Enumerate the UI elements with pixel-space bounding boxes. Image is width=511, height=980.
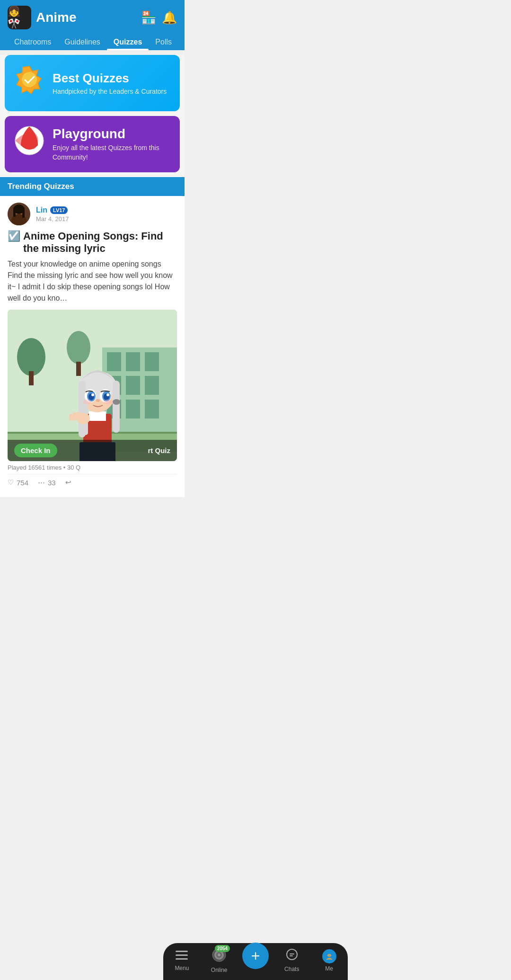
- tab-polls[interactable]: Polls: [149, 34, 177, 50]
- share-action[interactable]: ↩: [65, 478, 71, 487]
- author-level: LV17: [50, 206, 68, 214]
- post-author: Lin LV17 Mar 4, 2017: [8, 203, 177, 225]
- post-title-text: Anime Opening Songs: Find the missing ly…: [23, 230, 177, 255]
- logo-icon: 👧🎌: [8, 6, 31, 29]
- comment-action[interactable]: ⋯ 33: [38, 478, 56, 487]
- like-icon: ♡: [8, 478, 14, 487]
- svg-point-37: [113, 399, 120, 405]
- svg-point-1: [22, 72, 37, 87]
- tab-guidelines[interactable]: Guidelines: [58, 34, 107, 50]
- svg-rect-16: [126, 376, 140, 395]
- app-logo[interactable]: 👧🎌 Anime: [8, 6, 77, 29]
- tab-chatrooms[interactable]: Chatrooms: [8, 34, 58, 50]
- share-icon: ↩: [65, 478, 71, 487]
- nav-tabs: Chatrooms Guidelines Quizzes Polls Stori…: [8, 34, 177, 50]
- svg-rect-13: [126, 352, 140, 371]
- header-actions: 🏪 🔔: [141, 10, 177, 25]
- svg-rect-47: [79, 413, 83, 420]
- playground-title: Playground: [53, 126, 170, 142]
- svg-point-51: [96, 399, 100, 402]
- author-info: Lin LV17 Mar 4, 2017: [36, 206, 69, 223]
- quiz-post: Lin LV17 Mar 4, 2017 ☑️ Anime Opening So…: [0, 196, 185, 497]
- best-quizzes-banner[interactable]: Best Quizzes Handpicked by the Leaders &…: [5, 55, 180, 111]
- post-title[interactable]: ☑️ Anime Opening Songs: Find the missing…: [8, 230, 177, 255]
- post-meta: Played 16561 times • 30 Q: [8, 461, 177, 472]
- svg-point-23: [67, 331, 90, 364]
- tab-quizzes[interactable]: Quizzes: [107, 34, 149, 50]
- best-quizzes-title: Best Quizzes: [53, 71, 167, 86]
- playground-icon: [14, 125, 45, 163]
- best-quizzes-icon: [14, 64, 45, 102]
- author-avatar[interactable]: [8, 203, 30, 225]
- svg-rect-24: [76, 362, 81, 376]
- playground-banner[interactable]: Playground Enjoy all the latest Quizzes …: [5, 116, 180, 172]
- svg-rect-14: [145, 352, 159, 371]
- svg-point-45: [106, 393, 109, 396]
- svg-rect-19: [126, 400, 140, 419]
- like-action[interactable]: ♡ 754: [8, 478, 28, 487]
- svg-rect-17: [145, 376, 159, 395]
- store-icon[interactable]: 🏪: [141, 10, 156, 25]
- comment-icon: ⋯: [38, 478, 45, 487]
- svg-point-53: [104, 400, 112, 404]
- main-content: Best Quizzes Handpicked by the Leaders &…: [0, 55, 185, 497]
- svg-rect-28: [89, 411, 106, 421]
- trending-label: Trending Quizzes: [8, 182, 74, 191]
- svg-rect-48: [76, 412, 79, 420]
- image-overlay: Check In rt Quiz: [8, 440, 177, 461]
- like-count: 754: [17, 479, 28, 487]
- post-actions: ♡ 754 ⋯ 33 ↩: [8, 474, 177, 490]
- svg-rect-12: [107, 352, 121, 371]
- svg-rect-9: [22, 207, 25, 218]
- quiz-image-bg: [8, 310, 177, 461]
- author-name-row: Lin LV17: [36, 206, 69, 214]
- trending-header: Trending Quizzes: [0, 177, 185, 196]
- svg-rect-50: [69, 414, 73, 421]
- post-date: Mar 4, 2017: [36, 215, 69, 223]
- app-title: Anime: [36, 10, 77, 25]
- svg-rect-35: [113, 381, 120, 433]
- quiz-overlay-label: rt Quiz: [148, 446, 171, 454]
- svg-rect-8: [13, 207, 16, 217]
- playground-subtitle: Enjoy all the latest Quizzes from this C…: [53, 143, 170, 162]
- svg-point-44: [91, 393, 94, 396]
- svg-rect-22: [29, 371, 34, 385]
- svg-point-52: [83, 400, 91, 404]
- check-in-button[interactable]: Check In: [14, 444, 57, 457]
- svg-rect-49: [72, 412, 76, 420]
- quiz-checkbox-icon: ☑️: [8, 230, 20, 242]
- post-excerpt: Test your knowledge on anime opening son…: [8, 258, 177, 304]
- best-quizzes-text: Best Quizzes Handpicked by the Leaders &…: [53, 71, 167, 95]
- best-quizzes-subtitle: Handpicked by the Leaders & Curators: [53, 88, 167, 95]
- comment-count: 33: [48, 479, 56, 487]
- playground-text: Playground Enjoy all the latest Quizzes …: [53, 126, 170, 162]
- svg-rect-20: [145, 400, 159, 419]
- header: 👧🎌 Anime 🏪 🔔 Chatrooms Guidelines Quizze…: [0, 0, 185, 50]
- svg-point-21: [17, 338, 45, 376]
- quiz-image[interactable]: Check In rt Quiz: [8, 310, 177, 461]
- bell-icon[interactable]: 🔔: [162, 10, 177, 25]
- author-name[interactable]: Lin: [36, 206, 47, 214]
